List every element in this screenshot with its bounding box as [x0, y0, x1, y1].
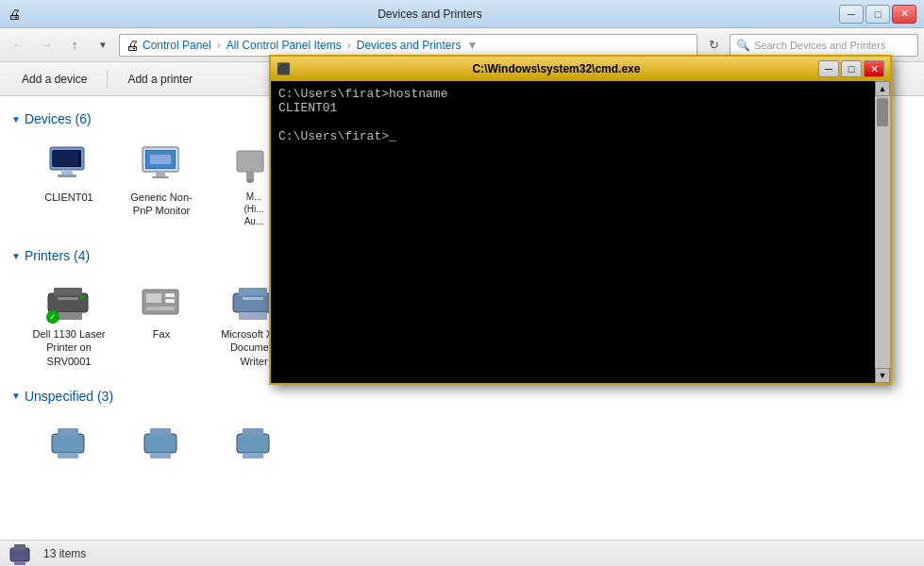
add-printer-button[interactable]: Add a printer [117, 68, 203, 91]
cmd-title: C:\Windows\system32\cmd.exe [473, 62, 641, 75]
breadcrumb-devices-printers[interactable]: Devices and Printers [357, 39, 462, 52]
printer-label-fax: Fax [153, 327, 170, 341]
search-placeholder: Search Devices and Printers [754, 40, 885, 51]
svg-rect-35 [144, 434, 176, 453]
device-item-client01[interactable]: CLIENT01 [26, 136, 111, 233]
svg-rect-4 [52, 151, 78, 166]
breadcrumb-icon: 🖨 [126, 38, 139, 53]
svg-rect-37 [150, 453, 171, 458]
forward-button[interactable]: → [34, 34, 59, 57]
address-bar: 🖨 Control Panel › All Control Panel Item… [119, 34, 697, 57]
svg-rect-34 [58, 453, 78, 458]
cmd-line-2: CLIENT01 [278, 101, 867, 115]
svg-rect-25 [239, 288, 267, 295]
svg-rect-3 [58, 175, 76, 177]
unspecified-item-1[interactable] [26, 413, 111, 474]
svg-rect-2 [61, 170, 73, 175]
unspecified-item-2[interactable] [119, 413, 204, 474]
fax-icon [139, 278, 184, 324]
svg-rect-17 [58, 297, 78, 300]
devices-section-title: Devices (6) [25, 111, 92, 126]
window-controls: ─ □ ✕ [839, 5, 916, 24]
svg-rect-42 [14, 544, 25, 550]
dell-printer-icon: ✓ [46, 278, 92, 324]
back-button[interactable]: ← [6, 34, 30, 57]
unspecified-section-title: Unspecified (3) [25, 389, 113, 404]
svg-rect-8 [152, 176, 169, 178]
cmd-line-3 [278, 115, 867, 129]
minimize-button[interactable]: ─ [839, 5, 864, 24]
svg-rect-24 [233, 293, 273, 312]
title-bar: 🖨 Devices and Printers ─ □ ✕ [0, 0, 924, 28]
unspecified-section-header[interactable]: ▼ Unspecified (3) [11, 389, 913, 404]
svg-rect-40 [243, 453, 263, 458]
recent-locations-button[interactable]: ▼ [91, 34, 115, 57]
cmd-title-bar: ⬛ C:\Windows\system32\cmd.exe ─ □ ✕ [271, 57, 890, 81]
cmd-close-button[interactable]: ✕ [864, 60, 884, 77]
svg-rect-38 [237, 434, 269, 453]
devices-arrow: ▼ [11, 114, 21, 125]
cmd-line-4: C:\Users\firat>_ [278, 129, 867, 143]
cmd-scroll-track [875, 96, 890, 368]
svg-rect-43 [14, 561, 25, 565]
computer-icon [46, 142, 92, 187]
item-count: 13 items [43, 547, 86, 560]
default-printer-badge: ✓ [46, 310, 59, 324]
svg-rect-22 [165, 299, 175, 303]
svg-rect-7 [156, 172, 165, 176]
printer-item-fax[interactable]: Fax [119, 273, 204, 374]
device-label-monitor: Generic Non-PnP Monitor [125, 191, 198, 218]
cmd-maximize-button[interactable]: □ [841, 60, 862, 77]
unspecified-icon-3 [231, 419, 277, 464]
breadcrumb-all-items[interactable]: All Control Panel Items [227, 39, 342, 52]
monitor-icon [139, 142, 184, 187]
status-bar: 13 items [0, 540, 924, 566]
printer-label-dell: Dell 1130 Laser Printer on SRV0001 [32, 327, 106, 368]
refresh-button[interactable]: ↻ [701, 34, 726, 57]
svg-rect-33 [58, 428, 78, 436]
svg-rect-39 [243, 428, 263, 436]
svg-rect-13 [246, 172, 254, 179]
cmd-scroll-bottom[interactable]: ▼ [875, 368, 890, 383]
status-icon [9, 541, 36, 567]
svg-rect-32 [52, 434, 84, 453]
printers-section-title: Printers (4) [25, 248, 90, 263]
svg-rect-20 [146, 293, 161, 303]
up-button[interactable]: ↑ [62, 34, 87, 57]
svg-rect-23 [146, 307, 175, 310]
cmd-scroll-top[interactable]: ▲ [875, 81, 890, 96]
cmd-line-1: C:\Users\firat>hostname [278, 87, 867, 101]
unspecified-icon-2 [139, 419, 184, 464]
maximize-button[interactable]: □ [865, 5, 890, 24]
add-device-button[interactable]: Add a device [11, 68, 97, 91]
cmd-icon: ⬛ [277, 62, 291, 75]
cmd-window: ⬛ C:\Windows\system32\cmd.exe ─ □ ✕ C:\U… [269, 55, 892, 385]
cmd-window-controls: ─ □ ✕ [818, 60, 884, 77]
breadcrumb-control-panel[interactable]: Control Panel [143, 39, 211, 52]
unspecified-grid [11, 409, 913, 481]
unspecified-icon-1 [46, 419, 92, 464]
svg-rect-10 [150, 155, 171, 164]
cmd-terminal[interactable]: C:\Users\firat>hostname CLIENT01 C:\User… [271, 81, 875, 383]
cmd-content-area: C:\Users\firat>hostname CLIENT01 C:\User… [271, 81, 890, 383]
unspecified-item-3[interactable] [211, 413, 296, 474]
window-icon: 🖨 [8, 7, 21, 22]
svg-rect-11 [237, 151, 263, 172]
device-item-monitor[interactable]: Generic Non-PnP Monitor [119, 136, 204, 233]
svg-rect-27 [243, 297, 263, 300]
svg-rect-26 [239, 312, 267, 320]
cmd-minimize-button[interactable]: ─ [818, 60, 839, 77]
cmd-scroll-thumb[interactable] [877, 98, 888, 126]
printer-item-dell[interactable]: ✓ Dell 1130 Laser Printer on SRV0001 [26, 273, 111, 374]
printers-arrow: ▼ [11, 251, 21, 261]
device-label-client01: CLIENT01 [44, 191, 92, 204]
window-title: Devices and Printers [21, 8, 839, 21]
svg-rect-15 [54, 288, 82, 295]
search-icon: 🔍 [736, 39, 750, 52]
svg-rect-41 [10, 548, 29, 561]
cmd-scrollbar[interactable]: ▲ ▼ [875, 81, 890, 383]
svg-rect-18 [80, 295, 84, 299]
close-button[interactable]: ✕ [892, 5, 916, 24]
svg-rect-21 [165, 293, 175, 297]
search-box[interactable]: 🔍 Search Devices and Printers [730, 34, 918, 57]
